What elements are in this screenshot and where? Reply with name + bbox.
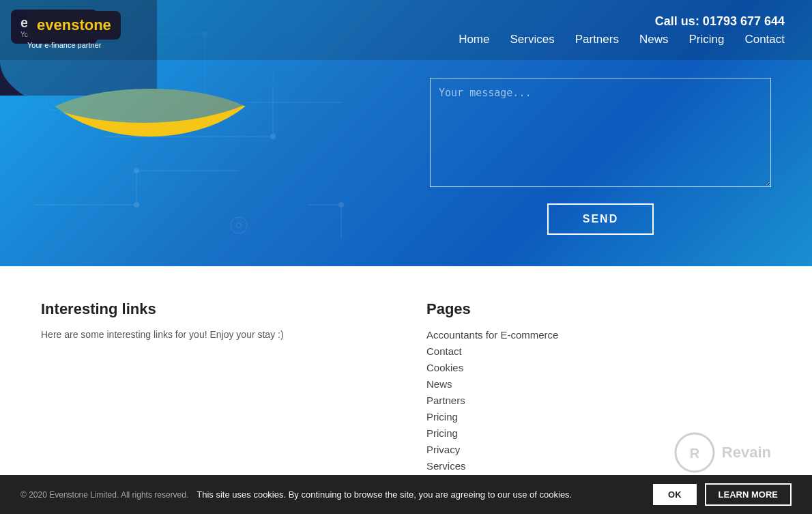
cookie-right: OK LEARN MORE [653, 483, 792, 506]
pages-link-1[interactable]: Contact [426, 345, 462, 357]
cookie-bar: © 2020 Evenstone Limited. All rights res… [0, 475, 812, 514]
cookie-message: This site uses cookies. By continuing to… [197, 489, 572, 500]
main-nav: Home Services Partners News Pricing Cont… [459, 33, 785, 46]
svg-text:R: R [690, 446, 700, 461]
nav-contact[interactable]: Contact [744, 33, 785, 46]
logo-box[interactable]: evenstone [27, 11, 121, 40]
pages-link-4[interactable]: Partners [426, 395, 465, 406]
pages-title: Pages [426, 300, 771, 318]
pages-link-8[interactable]: Services [426, 460, 466, 472]
logo-area: evenstone Your e-finance partner [27, 11, 121, 49]
header-right: Call us: 01793 677 644 Home Services Par… [459, 14, 785, 46]
nav-services[interactable]: Services [510, 33, 554, 46]
revain-badge: R Revain [674, 432, 771, 473]
pages-link-0[interactable]: Accountants for E-commerce [426, 329, 558, 341]
logo-tagline: Your e-finance partner [27, 41, 121, 49]
footer-left: Interesting links Here are some interest… [41, 300, 386, 489]
pages-list-item: Partners [426, 395, 771, 407]
cookie-learn-more-button[interactable]: LEARN MORE [705, 483, 792, 506]
send-btn-wrapper: SEND [430, 203, 771, 235]
pages-list-item: Pricing [426, 411, 771, 423]
message-textarea[interactable] [430, 78, 771, 187]
send-button[interactable]: SEND [547, 203, 654, 235]
revain-label: Revain [722, 444, 771, 461]
pages-list-item: Cookies [426, 362, 771, 374]
pages-list-item: Accountants for E-commerce [426, 329, 771, 341]
interesting-links-title: Interesting links [41, 300, 386, 318]
logo-text-part1: even [37, 16, 71, 33]
svg-point-12 [134, 168, 139, 173]
pages-link-3[interactable]: News [426, 378, 452, 390]
svg-point-11 [134, 202, 139, 208]
svg-point-18 [231, 217, 247, 233]
header: evenstone Your e-finance partner Call us… [0, 0, 812, 60]
call-us: Call us: 01793 677 644 [655, 14, 785, 29]
cookie-left: © 2020 Evenstone Limited. All rights res… [20, 489, 572, 500]
pages-link-2[interactable]: Cookies [426, 362, 463, 373]
copyright-text: © 2020 Evenstone Limited. All rights res… [20, 490, 188, 500]
svg-point-15 [338, 202, 344, 208]
nav-home[interactable]: Home [459, 33, 489, 46]
revain-icon: R [674, 432, 715, 473]
pages-list-item: News [426, 378, 771, 390]
contact-form-container: SEND [430, 64, 771, 262]
svg-point-19 [236, 223, 242, 228]
pages-list-item: Contact [426, 345, 771, 358]
logo-text-part2: stone [71, 16, 111, 33]
pages-link-7[interactable]: Privacy [426, 444, 460, 455]
interesting-links-desc: Here are some interesting links for you!… [41, 329, 386, 340]
nav-partners[interactable]: Partners [575, 33, 619, 46]
nav-news[interactable]: News [639, 33, 669, 46]
nav-pricing[interactable]: Pricing [688, 33, 724, 46]
pages-link-5[interactable]: Pricing [426, 411, 458, 423]
pages-link-6[interactable]: Pricing [426, 427, 458, 439]
cookie-ok-button[interactable]: OK [653, 484, 697, 505]
logo-wrapper: evenstone Your e-finance partner [27, 11, 121, 49]
